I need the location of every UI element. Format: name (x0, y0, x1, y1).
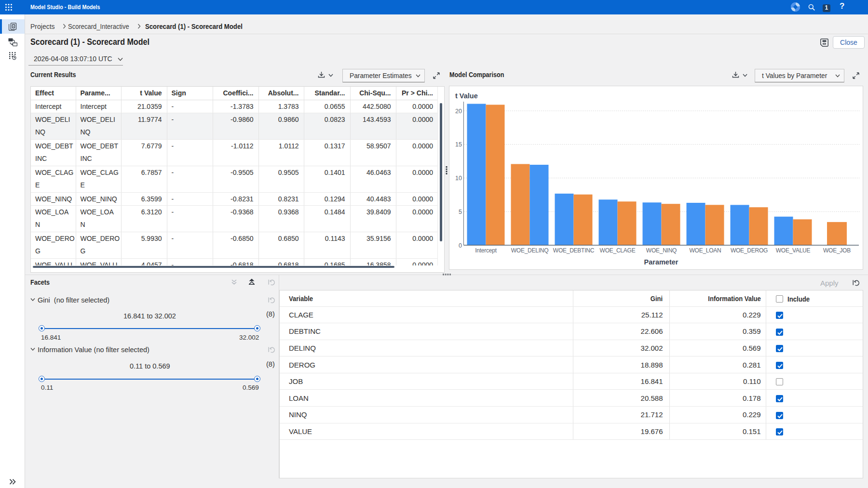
svg-text:WOE_DEBTINC: WOE_DEBTINC (553, 247, 595, 254)
svg-text:15: 15 (455, 141, 462, 148)
svg-text:5: 5 (459, 209, 462, 215)
svg-text:WOE_NINQ: WOE_NINQ (646, 247, 677, 254)
svg-text:WOE_LOAN: WOE_LOAN (689, 247, 721, 254)
svg-text:Parameter: Parameter (644, 258, 678, 266)
svg-text:Intercept: Intercept (475, 247, 497, 254)
svg-text:WOE_CLAGE: WOE_CLAGE (600, 247, 636, 254)
svg-text:10: 10 (455, 175, 462, 182)
svg-text:WOE_JOB: WOE_JOB (823, 247, 851, 254)
svg-text:WOE_VALUE: WOE_VALUE (776, 247, 811, 254)
svg-text:WOE_DELINQ: WOE_DELINQ (511, 247, 549, 254)
svg-text:WOE_DEROG: WOE_DEROG (731, 247, 768, 254)
svg-text:t Value: t Value (455, 92, 478, 100)
svg-text:0: 0 (459, 242, 462, 249)
svg-text:20: 20 (455, 108, 462, 115)
